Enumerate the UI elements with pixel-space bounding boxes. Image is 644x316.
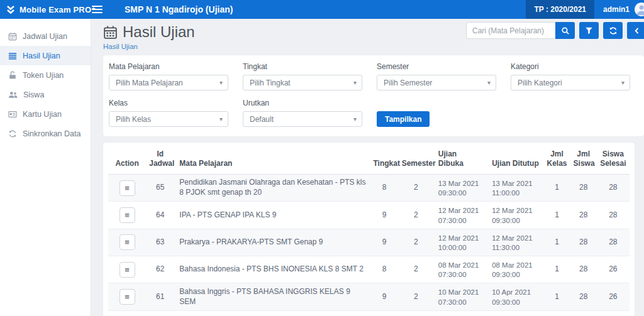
hamburger-icon[interactable] xyxy=(92,3,104,16)
tingkat-cell: 8 xyxy=(370,175,398,202)
collapse-button[interactable] xyxy=(627,22,644,39)
semester-cell: 2 xyxy=(399,310,433,316)
sidebar-item-hasil-ujian[interactable]: Hasil Ujian xyxy=(0,46,91,65)
filter-panel: Mata Pelajaran Pilih Mata Pelajaran ▾ Ti… xyxy=(103,55,644,136)
mata-pelajaran-cell: IPA - PTS GENAP IPA KLS 9 xyxy=(174,202,370,229)
sidebar-item-label: Kartu Ujian xyxy=(23,110,62,119)
table-row: ≡ 61 Bahasa Inggris - PTS BAHASA INGGRIS… xyxy=(108,283,630,310)
breadcrumb[interactable]: Hasil Ujian xyxy=(103,43,644,50)
refresh-button[interactable] xyxy=(603,22,623,39)
academic-year-badge: TP : 2020/2021 xyxy=(526,0,594,19)
col-jml-kelas: Jml Kelas xyxy=(543,144,570,175)
ujian-dibuka-cell: 12 Mar 2021 07:30:00 xyxy=(433,310,487,316)
avatar[interactable] xyxy=(635,3,644,16)
id-jadwal-cell: 61 xyxy=(146,283,174,310)
row-action-button[interactable]: ≡ xyxy=(119,180,135,196)
sidebar: Jadwal Ujian Hasil Ujian Token Ujian xyxy=(0,19,91,316)
results-table-card: Action Id Jadwal Mata Pelajaran Tingkat … xyxy=(103,143,635,316)
jml-kelas-cell: 1 xyxy=(543,175,570,202)
col-siswa-selesai: Siswa Selesai xyxy=(597,144,630,175)
table-row: ≡ 63 Prakarya - PRAKARYA-PTS SMT Genap 9… xyxy=(108,229,630,256)
select-value: Default xyxy=(250,115,274,124)
person-icon xyxy=(635,3,644,16)
search-input[interactable] xyxy=(466,22,555,39)
filter-label: Mata Pelajaran xyxy=(109,62,228,71)
tingkat-cell: 9 xyxy=(370,229,398,256)
ujian-dibuka-cell: 10 Mar 2021 07:30:00 xyxy=(433,283,487,310)
col-semester: Semester xyxy=(399,144,433,175)
school-title: SMP N 1 Ngadirojo (Ujian) xyxy=(125,4,233,14)
search-button[interactable] xyxy=(555,22,575,39)
search-group xyxy=(466,22,644,39)
mata-pelajaran-select[interactable]: Pilih Mata Pelajaran ▾ xyxy=(109,75,228,90)
select-value: Pilih Semester xyxy=(384,79,432,87)
kelas-select[interactable]: Pilih Kelas ▾ xyxy=(109,111,228,127)
filter-icon xyxy=(585,26,593,35)
list-icon xyxy=(8,52,17,60)
col-tingkat: Tingkat xyxy=(370,144,398,175)
menu-bars-icon: ≡ xyxy=(125,266,130,274)
sidebar-item-kartu-ujian[interactable]: Kartu Ujian xyxy=(0,104,91,124)
semester-cell: 2 xyxy=(399,175,433,202)
ujian-dibuka-cell: 12 Mar 2021 10:00:00 xyxy=(433,229,487,256)
sidebar-item-label: Hasil Ujian xyxy=(23,52,60,60)
row-action-button[interactable]: ≡ xyxy=(119,234,135,250)
filter-field-kategori: Kategori Pilih Kategori ▾ xyxy=(511,62,630,90)
mata-pelajaran-cell: Pendidikan Jasmani Olahraga dan Kesehata… xyxy=(174,175,370,202)
sync-icon xyxy=(8,129,17,138)
sidebar-item-sinkronkan-data[interactable]: Sinkronkan Data xyxy=(0,124,91,143)
col-ujian-dibuka: Ujian Dibuka xyxy=(433,144,487,175)
chevron-down-icon: ▾ xyxy=(353,116,357,123)
id-jadwal-cell: 62 xyxy=(146,256,174,283)
ujian-ditutup-cell: 12 Mar 2021 11:30:00 xyxy=(487,229,543,256)
id-jadwal-cell: 60 xyxy=(146,310,174,316)
row-action-button[interactable]: ≡ xyxy=(119,262,135,278)
tampilkan-button[interactable]: Tampilkan xyxy=(377,111,430,127)
row-action-button[interactable]: ≡ xyxy=(119,289,135,305)
jml-kelas-cell: 1 xyxy=(543,256,570,283)
double-chevron-logo-icon xyxy=(6,4,16,14)
siswa-selesai-cell: 28 xyxy=(597,175,630,202)
sidebar-item-jadwal-ujian[interactable]: Jadwal Ujian xyxy=(0,26,91,46)
chevron-down-icon: ▾ xyxy=(487,79,491,86)
jml-kelas-cell: 1 xyxy=(543,229,570,256)
username[interactable]: admin1 xyxy=(603,5,630,14)
sidebar-item-token-ujian[interactable]: Token Ujian xyxy=(0,65,91,85)
filter-field-urutkan: Urutkan Default ▾ xyxy=(243,99,362,127)
siswa-selesai-cell: 26 xyxy=(597,283,630,310)
table-row: ≡ 62 Bahasa Indonesia - PTS BHS INONESIA… xyxy=(108,256,630,283)
tingkat-cell: 9 xyxy=(370,283,398,310)
select-value: Pilih Tingkat xyxy=(250,79,291,87)
mata-pelajaran-cell: Bahasa Inggris - PTS BAHASA INGGRIS KELA… xyxy=(174,283,370,310)
chevron-down-icon: ▾ xyxy=(621,79,625,86)
filter-label: Urutkan xyxy=(243,99,362,107)
semester-cell: 2 xyxy=(399,229,433,256)
brand: Mobile Exam PRO⁺ xyxy=(0,4,88,14)
kategori-select[interactable]: Pilih Kategori ▾ xyxy=(511,75,630,90)
chevron-down-icon: ▾ xyxy=(219,116,223,123)
ujian-ditutup-cell: 08 Mar 2021 09:30:00 xyxy=(487,256,543,283)
brand-name: Mobile Exam PRO⁺ xyxy=(19,5,96,14)
sidebar-item-siswa[interactable]: Siswa xyxy=(0,85,91,104)
filter-label: Kelas xyxy=(109,99,228,107)
table-header-row: Action Id Jadwal Mata Pelajaran Tingkat … xyxy=(108,144,630,175)
ujian-ditutup-cell: 12 Mar 2021 09:30:00 xyxy=(487,202,543,229)
tingkat-select[interactable]: Pilih Tingkat ▾ xyxy=(243,75,362,90)
ujian-dibuka-cell: 08 Mar 2021 07:30:00 xyxy=(433,256,487,283)
search-icon xyxy=(561,26,570,35)
refresh-icon xyxy=(609,26,618,35)
col-mata-pelajaran: Mata Pelajaran xyxy=(174,144,370,175)
semester-select[interactable]: Pilih Semester ▾ xyxy=(377,75,496,90)
filter-button[interactable] xyxy=(579,22,599,39)
sidebar-item-label: Token Ujian xyxy=(23,71,64,80)
mata-pelajaran-cell: Bahasa Indonesia - PTS BHS INONESIA KLS … xyxy=(174,256,370,283)
semester-cell: 2 xyxy=(399,256,433,283)
row-action-button[interactable]: ≡ xyxy=(119,207,135,223)
filter-field-semester: Semester Pilih Semester ▾ xyxy=(377,62,496,90)
col-ujian-ditutup: Ujian Ditutup xyxy=(487,144,543,175)
filter-label: Tingkat xyxy=(243,62,362,71)
col-jml-siswa: Jml Siswa xyxy=(570,144,597,175)
urutkan-select[interactable]: Default ▾ xyxy=(243,111,362,127)
id-card-icon xyxy=(8,110,17,119)
table-row: ≡ 60 IPA - PTS IPA Kelas VIII Smt Genap … xyxy=(108,310,630,316)
